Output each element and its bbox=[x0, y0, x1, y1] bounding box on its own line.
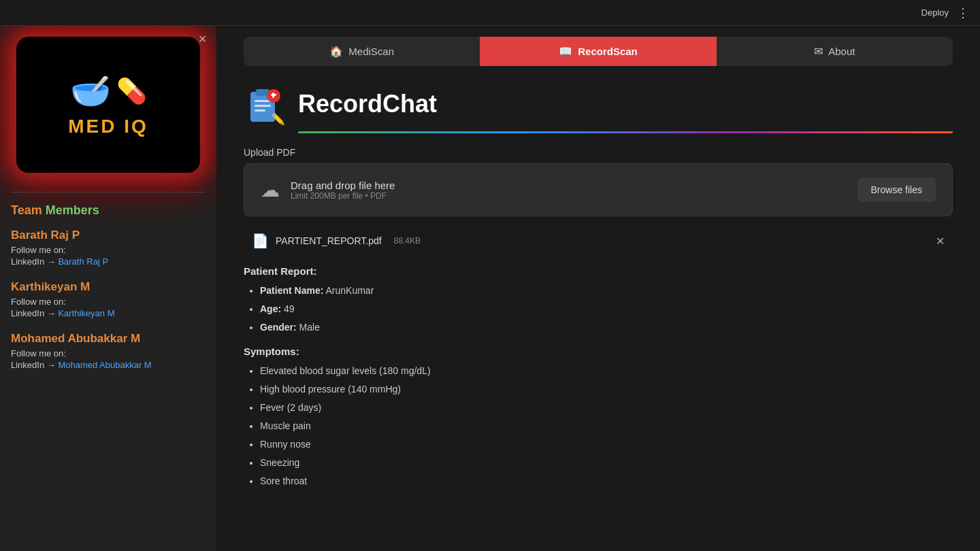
recordchat-title: RecordChat bbox=[298, 90, 437, 118]
upload-dropzone[interactable]: ☁ Drag and drop file here Limit 200MB pe… bbox=[244, 163, 953, 216]
book-icon: 📖 bbox=[559, 45, 572, 58]
age-label: Age: bbox=[260, 303, 281, 314]
member-name-2: Mohamed Abubakkar M bbox=[11, 332, 206, 346]
symptoms-list: Elevated blood sugar levels (180 mg/dL)H… bbox=[244, 364, 953, 488]
app-title: MED IQ bbox=[68, 116, 148, 137]
mail-icon: ✉ bbox=[814, 45, 823, 58]
browse-files-button[interactable]: Browse files bbox=[858, 178, 936, 202]
sidebar-close-icon[interactable]: ✕ bbox=[198, 33, 207, 46]
home-icon: 🏠 bbox=[329, 45, 343, 58]
symptom-item-4: Runny nose bbox=[260, 437, 953, 452]
member-block-0: Barath Raj P Follow me on: LinkedIn → Ba… bbox=[11, 229, 206, 267]
cloud-upload-icon: ☁ bbox=[261, 179, 280, 201]
dropzone-text-block: Drag and drop file here Limit 200MB per … bbox=[291, 180, 395, 201]
topbar: Deploy ⋮ bbox=[0, 0, 980, 26]
symptom-item-2: Fever (2 days) bbox=[260, 401, 953, 415]
tab-recordscan-label: RecordScan bbox=[578, 46, 638, 57]
patient-name-item: Patient Name: ArunKumar bbox=[260, 284, 953, 298]
member-follow-1: Follow me on: bbox=[11, 297, 206, 307]
patient-info-list: Patient Name: ArunKumar Age: 49 Gender: … bbox=[244, 284, 953, 335]
member-follow-2: Follow me on: bbox=[11, 348, 206, 358]
team-word1: Team bbox=[11, 203, 42, 217]
tab-mediscan-label: MediScan bbox=[348, 46, 394, 57]
drag-text: Drag and drop file here bbox=[291, 180, 395, 191]
symptom-item-1: High blood pressure (140 mmHg) bbox=[260, 382, 953, 397]
main-layout: ✕ 🥣 💊 MED IQ Team Members Barath Raj P F… bbox=[0, 26, 980, 551]
medicine-icon: 💊 bbox=[116, 77, 147, 105]
more-menu-icon[interactable]: ⋮ bbox=[957, 5, 969, 20]
upload-label: Upload PDF bbox=[244, 147, 953, 158]
linkedin-link-1[interactable]: Karthikeyan M bbox=[58, 308, 114, 318]
recordchat-header: RecordChat bbox=[244, 82, 953, 126]
symptoms-heading: Symptoms: bbox=[244, 346, 953, 357]
content-area: 🏠 MediScan 📖 RecordScan ✉ About bbox=[216, 26, 980, 551]
patient-name-value: ArunKumar bbox=[325, 285, 374, 296]
patient-name-label: Patient Name: bbox=[260, 285, 323, 296]
member-name-1: Karthikeyan M bbox=[11, 280, 206, 294]
member-block-2: Mohamed Abubakkar M Follow me on: Linked… bbox=[11, 332, 206, 370]
tab-mediscan[interactable]: 🏠 MediScan bbox=[244, 37, 480, 66]
nav-tabs: 🏠 MediScan 📖 RecordScan ✉ About bbox=[244, 37, 953, 66]
logo-icons: 🥣 💊 bbox=[70, 72, 147, 110]
file-name: PARTIENT_REPORT.pdf bbox=[276, 235, 382, 246]
tab-about[interactable]: ✉ About bbox=[717, 37, 953, 66]
tab-recordscan[interactable]: 📖 RecordScan bbox=[480, 37, 716, 66]
team-heading: Team Members bbox=[11, 203, 99, 218]
symptom-item-6: Sore throat bbox=[260, 474, 953, 488]
symptom-item-0: Elevated blood sugar levels (180 mg/dL) bbox=[260, 364, 953, 378]
member-linkedin-2: LinkedIn → Mohamed Abubakkar M bbox=[11, 360, 206, 370]
upload-section: Upload PDF ☁ Drag and drop file here Lim… bbox=[244, 147, 953, 216]
file-size: 88.4KB bbox=[394, 236, 421, 246]
bowl-icon: 🥣 bbox=[70, 72, 111, 110]
limit-text: Limit 200MB per file • PDF bbox=[291, 191, 395, 201]
team-word2: Members bbox=[46, 203, 99, 217]
deploy-label[interactable]: Deploy bbox=[921, 7, 949, 18]
report-heading: Patient Report: bbox=[244, 265, 953, 277]
member-name-0: Barath Raj P bbox=[11, 229, 206, 242]
logo-container: 🥣 💊 MED IQ bbox=[16, 37, 200, 173]
report-section: Patient Report: Patient Name: ArunKumar … bbox=[244, 265, 953, 499]
gender-item: Gender: Male bbox=[260, 320, 953, 335]
age-value: 49 bbox=[284, 303, 295, 314]
member-follow-0: Follow me on: bbox=[11, 245, 206, 255]
member-linkedin-0: LinkedIn → Barath Raj P bbox=[11, 256, 206, 267]
recordchat-logo bbox=[244, 82, 287, 126]
tab-about-label: About bbox=[828, 46, 855, 57]
file-close-icon[interactable]: ✕ bbox=[936, 235, 945, 248]
linkedin-link-0[interactable]: Barath Raj P bbox=[58, 256, 108, 267]
member-linkedin-1: LinkedIn → Karthikeyan M bbox=[11, 308, 206, 318]
sidebar-divider bbox=[11, 192, 206, 193]
svg-rect-3 bbox=[255, 105, 271, 107]
gender-label: Gender: bbox=[260, 322, 297, 333]
dropzone-left: ☁ Drag and drop file here Limit 200MB pe… bbox=[261, 179, 395, 201]
symptom-item-3: Muscle pain bbox=[260, 419, 953, 433]
member-block-1: Karthikeyan M Follow me on: LinkedIn → K… bbox=[11, 280, 206, 318]
svg-rect-7 bbox=[272, 93, 274, 98]
gender-value: Male bbox=[299, 322, 320, 333]
linkedin-link-2[interactable]: Mohamed Abubakkar M bbox=[58, 360, 151, 370]
symptom-item-5: Sneezing bbox=[260, 456, 953, 470]
recordchat-underline bbox=[298, 131, 953, 133]
file-item-left: 📄 PARTIENT_REPORT.pdf 88.4KB bbox=[252, 233, 421, 249]
age-item: Age: 49 bbox=[260, 302, 953, 316]
file-item: 📄 PARTIENT_REPORT.pdf 88.4KB ✕ bbox=[244, 227, 953, 254]
svg-rect-4 bbox=[255, 110, 265, 112]
file-pdf-icon: 📄 bbox=[252, 233, 269, 249]
sidebar: ✕ 🥣 💊 MED IQ Team Members Barath Raj P F… bbox=[0, 26, 216, 551]
